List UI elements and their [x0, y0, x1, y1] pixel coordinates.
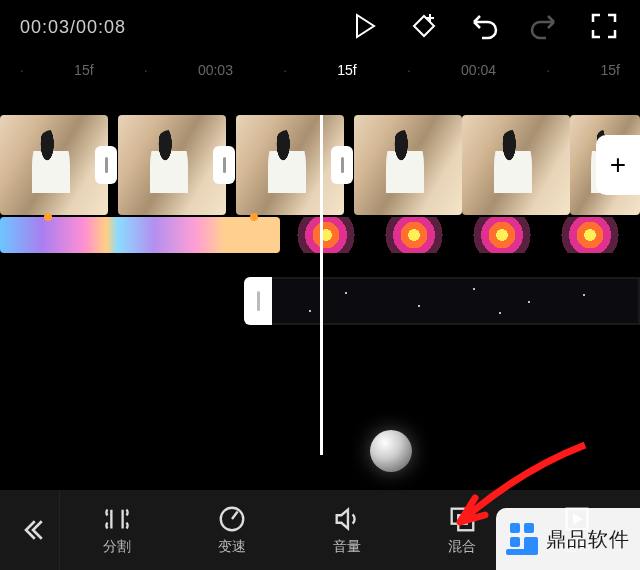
tool-volume[interactable]: 音量 — [290, 490, 405, 570]
add-clip-button[interactable]: + — [596, 135, 640, 195]
svg-rect-5 — [524, 523, 534, 533]
undo-button[interactable] — [468, 10, 500, 46]
svg-rect-4 — [510, 523, 520, 533]
video-clip[interactable] — [118, 115, 226, 215]
play-button[interactable] — [348, 10, 380, 46]
tool-label: 混合 — [448, 538, 476, 556]
timeline-ruler[interactable]: · 15f · 00:03 · 15f · 00:04 · 15f — [0, 55, 640, 85]
video-clip[interactable] — [354, 115, 462, 215]
tool-label: 音量 — [333, 538, 361, 556]
overlay-clip-handle[interactable] — [244, 277, 272, 325]
effect-clip-rings[interactable] — [282, 217, 640, 253]
video-clip[interactable] — [462, 115, 570, 215]
ruler-tick: 00:03 — [198, 62, 233, 78]
redo-button[interactable] — [528, 10, 560, 46]
ruler-tick: 15f — [600, 62, 619, 78]
fullscreen-button[interactable] — [588, 10, 620, 46]
tool-speed[interactable]: 变速 — [175, 490, 290, 570]
transition-button[interactable] — [331, 146, 353, 184]
svg-rect-6 — [510, 537, 520, 547]
video-clip[interactable] — [236, 115, 344, 215]
watermark-logo-icon — [502, 519, 542, 559]
transition-button[interactable] — [95, 146, 117, 184]
playhead[interactable] — [320, 115, 323, 455]
tool-split[interactable]: 分割 — [60, 490, 175, 570]
ruler-tick: 15f — [74, 62, 93, 78]
effect-clip-gradient[interactable] — [0, 217, 280, 253]
time-display: 00:03/00:08 — [20, 17, 126, 38]
ruler-tick: 15f — [337, 62, 356, 78]
video-clip[interactable] — [0, 115, 108, 215]
selection-orb[interactable] — [370, 430, 412, 472]
watermark-text: 鼎品软件 — [546, 526, 630, 553]
keyframe-button[interactable] — [408, 10, 440, 46]
svg-rect-8 — [506, 549, 526, 555]
ruler-tick: 00:04 — [461, 62, 496, 78]
transition-button[interactable] — [213, 146, 235, 184]
overlay-clip[interactable] — [272, 277, 640, 325]
back-button[interactable] — [6, 490, 60, 570]
tool-label: 变速 — [218, 538, 246, 556]
svg-rect-7 — [524, 537, 538, 555]
tool-label: 分割 — [103, 538, 131, 556]
watermark: 鼎品软件 — [496, 508, 640, 570]
